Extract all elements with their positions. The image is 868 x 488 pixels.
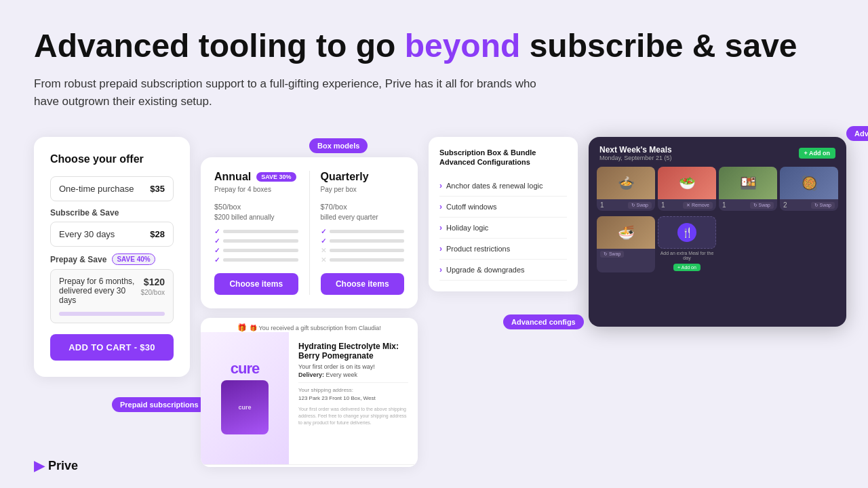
gift-card-footer: CANCEL SUBSCRIPTION YOUR SUBSCRIPTION (201, 464, 418, 467)
quarterly-choose-button[interactable]: Choose items (321, 273, 405, 295)
gift-note: Your first order was delivered to the ab… (298, 406, 408, 426)
config-chevron-icon-2: › (439, 202, 442, 211)
meal-grid-row2: 🍜 ↻ Swap 🍴 Add an extra Meal for the d (589, 216, 846, 278)
prive-logo: ▶ Prive (34, 458, 78, 474)
offer-card-title: Choose your offer (50, 153, 174, 165)
gift-card-inner: cure cure Hydrating Electrolyte Mix: Ber… (201, 332, 418, 464)
prepay-save-badge: SAVE 40% (112, 253, 155, 265)
meal-item-1: 🍲 1 ↻ Swap (597, 167, 655, 211)
config-product-text: Product restrictions (446, 245, 567, 253)
gift-product-title: Hydrating Electrolyte Mix: Berry Pomegra… (298, 342, 408, 361)
meal-icon-1: 🍲 (618, 175, 635, 191)
annual-save-badge: SAVE 30% (256, 172, 296, 182)
gift-card: 🎁 🎁 You received a gift subscription fro… (201, 318, 418, 467)
config-cutoff-windows[interactable]: › Cutoff windows (439, 197, 567, 218)
subscribe-option[interactable]: Every 30 days $28 (50, 222, 174, 247)
prepay-price: $120 (140, 277, 165, 287)
advanced-panel: Next Week's Meals Monday, September 21 (… (589, 137, 846, 327)
swap-button-5[interactable]: ↻ Swap (600, 251, 624, 258)
prive-logo-icon: ▶ (34, 458, 44, 474)
prepay-label: Prepay & Save (50, 255, 106, 264)
plan-divider (309, 171, 310, 295)
config-upgrade-downgrades[interactable]: › Upgrade & downgrades (439, 260, 567, 281)
quarterly-billed: billed every quarter (321, 214, 405, 221)
panel-header: Next Week's Meals Monday, September 21 (… (589, 137, 846, 167)
subscribe-label: Subscribe & Save (50, 208, 174, 218)
add-meal-button[interactable]: + Add on (673, 264, 701, 271)
gift-address-label: Your shipping address: (298, 387, 408, 393)
one-time-price: $35 (150, 184, 165, 194)
meal-icon-5: 🍜 (618, 224, 635, 241)
panel-date: Monday, September 21 (5) (599, 155, 672, 161)
subscribe-price: $28 (150, 229, 165, 239)
middle-column: Box models Annual SAVE 30% Prepay for 4 … (201, 157, 418, 467)
panel-add-button[interactable]: + Add on (799, 148, 835, 159)
gift-shipping-info: Delivery: Every week (298, 371, 408, 378)
page-headline: Advanced tooling to go beyond subscribe … (34, 27, 834, 64)
config-holiday-text: Holiday logic (446, 224, 567, 232)
add-meal-label: Add an extra Meal for the day (658, 249, 716, 262)
swap-button-1[interactable]: ↻ Swap (628, 202, 652, 209)
plans-row: Annual SAVE 30% Prepay for 4 boxes $50/b… (201, 157, 418, 308)
configs-title: Subscription Box & Bundle Advanced Confi… (439, 148, 567, 167)
headline-part1: Advanced tooling to go (34, 28, 405, 64)
offer-card: Choose your offer One-time purchase $35 … (34, 137, 190, 377)
prepaid-subscriptions-label: Prepaid subscriptions (112, 397, 207, 412)
meal-item-4: 🥘 2 ↻ Swap (780, 167, 838, 211)
remove-button-2[interactable]: ✕ Remove (683, 202, 713, 209)
prepay-per-box: $20/box (140, 289, 165, 296)
swap-button-3[interactable]: ↻ Swap (750, 202, 774, 209)
config-upgrade-text: Upgrade & downgrades (446, 266, 567, 274)
meal-item-5: 🍜 ↻ Swap (597, 216, 655, 272)
meal-item-2: 🥗 1 ✕ Remove (658, 167, 716, 211)
product-visual: cure (221, 380, 269, 434)
quarterly-plan-sub: Pay per box (321, 186, 405, 193)
config-anchor-dates-text: Anchor dates & renewal logic (446, 182, 567, 190)
prepay-section: Prepay & Save SAVE 40% Prepay for 6 mont… (50, 253, 174, 323)
subscribe-frequency: Every 30 days (59, 229, 115, 239)
page-subtitle: From robust prepaid subscription support… (34, 75, 563, 110)
annual-choose-button[interactable]: Choose items (214, 273, 298, 295)
advanced-bundling-label: Advanced bundling (846, 126, 868, 141)
quarterly-features: ✓ ✓ ✕ ✕ (321, 228, 405, 264)
annual-plan-sub: Prepay for 4 boxes (214, 186, 298, 193)
meal-icon-2: 🥗 (679, 175, 696, 191)
headline-highlight: beyond (405, 28, 521, 64)
quarterly-plan-price: $70/box (321, 196, 405, 214)
box-models-label: Box models (309, 138, 368, 153)
config-holiday-logic[interactable]: › Holiday logic (439, 218, 567, 239)
meal-count-1: 1 (600, 201, 604, 209)
config-chevron-icon-4: › (439, 244, 442, 253)
one-time-label: One-time purchase (59, 184, 134, 194)
swap-button-4[interactable]: ↻ Swap (811, 202, 835, 209)
config-product-restrictions[interactable]: › Product restrictions (439, 239, 567, 260)
gift-notification: 🎁 🎁 You received a gift subscription fro… (201, 318, 418, 332)
config-cutoff-text: Cutoff windows (446, 203, 567, 211)
config-chevron-icon: › (439, 181, 442, 190)
config-anchor-dates[interactable]: › Anchor dates & renewal logic (439, 176, 567, 197)
prive-logo-text: Prive (48, 459, 78, 473)
meal-icon-4: 🥘 (801, 175, 818, 191)
meal-fork-icon: 🍴 (677, 223, 696, 242)
quarterly-plan-name: Quarterly (321, 171, 369, 183)
meal-icon-3: 🍱 (740, 175, 757, 191)
meal-empty-slot: 🍴 (658, 216, 716, 249)
gift-address-text: 123 Park 23 Front 10 Box, West (298, 394, 408, 402)
gift-card-image: cure cure (201, 332, 289, 464)
meal-count-4: 2 (783, 201, 787, 209)
prepay-description: Prepay for 6 months, delivered every 30 … (59, 277, 140, 305)
meal-item-3: 🍱 1 ↻ Swap (719, 167, 777, 211)
gift-address-section: Your shipping address: 123 Park 23 Front… (298, 382, 408, 402)
one-time-option[interactable]: One-time purchase $35 (50, 176, 174, 201)
configs-panel: Subscription Box & Bundle Advanced Confi… (429, 137, 578, 291)
annual-features: ✓ ✓ ✓ ✓ (214, 228, 298, 264)
meal-count-2: 1 (661, 201, 665, 209)
config-chevron-icon-3: › (439, 223, 442, 232)
meal-count-3: 1 (722, 201, 726, 209)
cure-brand-logo: cure (221, 360, 269, 378)
annual-plan-name: Annual (214, 171, 251, 183)
add-to-cart-button[interactable]: ADD TO CART - $30 (50, 334, 174, 361)
prepay-box[interactable]: Prepay for 6 months, delivered every 30 … (50, 269, 174, 323)
meal-grid-row1: 🍲 1 ↻ Swap 🥗 (589, 167, 846, 216)
cure-product: cure cure (221, 360, 269, 437)
